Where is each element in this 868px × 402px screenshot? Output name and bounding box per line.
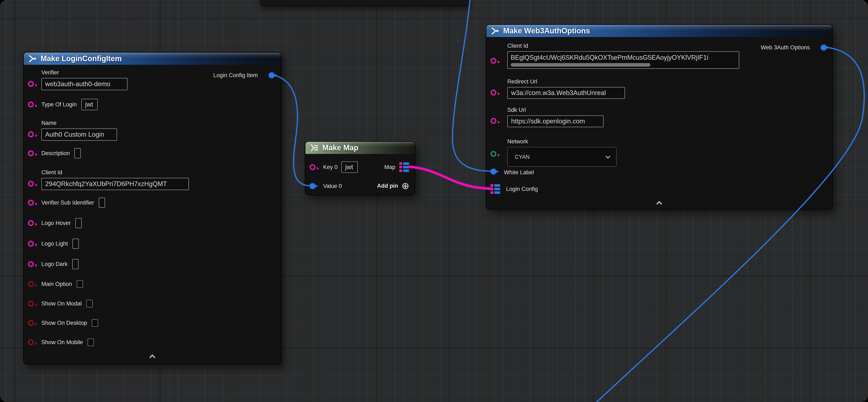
logo-hover-field[interactable] [75,218,82,228]
node-title: Make Web3AuthOptions [503,27,590,35]
sdk-url-field[interactable]: https://sdk.openlogin.com [507,115,603,127]
input-pin-client-id[interactable] [28,181,34,187]
pin-row-logo-light: Logo Light [41,237,79,250]
node-header-make-map[interactable]: Make Map [305,142,415,154]
verifier-field-text: web3auth-auth0-demo [45,80,110,88]
screenshot-stage: Make LoginConfigItem Login Config Item V… [0,0,868,402]
wire-offscreen-to-whitelabel [453,0,490,171]
node-make-loginconfigitem[interactable]: Make LoginConfigItem Login Config Item V… [23,52,281,364]
input-pin-client-id[interactable] [491,58,496,64]
input-pin-main-option[interactable] [28,281,34,287]
input-pin-name[interactable] [28,132,34,137]
input-pin-value-0[interactable] [310,183,315,189]
client-id-field-scrollbar[interactable] [511,63,650,67]
collapse-node-chevron-up-icon[interactable] [656,201,662,207]
pin-label-value-0: Value 0 [323,183,342,190]
show-on-modal-checkbox[interactable] [86,300,93,307]
redirect-url-field-text: w3a://com.w3a.Web3AuthUnreal [511,89,606,97]
pin-label-verifier: Verifier [41,69,127,76]
name-field[interactable]: Auth0 Custom Login [41,128,117,141]
input-pin-white-label[interactable] [491,169,496,174]
blueprint-canvas[interactable]: Make LoginConfigItem Login Config Item V… [0,0,868,402]
pin-label-logo-light: Logo Light [41,240,68,247]
add-pin-row: Add pin ⊕ [377,179,409,192]
show-on-mobile-checkbox[interactable] [88,339,94,346]
output-pin-web3auth-options[interactable] [821,45,827,51]
pin-block-network: Network CYAN [507,138,617,167]
verifier-field[interactable]: web3auth-auth0-demo [41,78,127,90]
collapse-node-chevron-up-icon[interactable] [149,354,155,361]
input-pin-logo-dark[interactable] [28,261,34,267]
sdk-url-field-text: https://sdk.openlogin.com [511,117,585,125]
key-0-field[interactable]: jwt [341,162,358,173]
redirect-url-field[interactable]: w3a://com.w3a.Web3AuthUnreal [507,87,625,99]
node-header-make-loginconfigitem[interactable]: Make LoginConfigItem [24,53,281,65]
pin-label-network: Network [507,138,617,145]
pin-label-login-config: Login Config [506,186,538,192]
input-pin-type-of-login[interactable] [28,102,34,108]
input-pin-login-config[interactable] [491,184,500,194]
node-make-web3authoptions[interactable]: Make Web3AuthOptions Web 3Auth Options C… [486,24,833,209]
show-on-desktop-checkbox[interactable] [92,319,98,327]
type-of-login-field[interactable]: jwt [81,99,98,110]
client-id-field-text: 294QRkchfq2YaXUbPri7D6PH7xzHgQMT [45,180,167,188]
pin-label-description: Description [41,150,70,156]
pin-label-logo-hover: Logo Hover [41,220,71,226]
offscreen-node[interactable] [260,0,470,6]
output-pin-login-config-item[interactable] [269,72,275,78]
pin-label-type-of-login: Type Of Login [41,101,77,108]
add-pin-label[interactable]: Add pin [377,183,398,189]
pin-label-main-option: Main Option [41,281,72,287]
pin-row-show-on-modal: Show On Modal [41,297,93,310]
pin-row-value-0: Value 0 [323,180,342,192]
input-pin-redirect-url[interactable] [491,90,496,95]
verifier-sub-identifier-field[interactable] [99,198,105,208]
logo-dark-field[interactable] [72,259,79,269]
wire-map-to-loginconfig [409,167,491,189]
add-pin-icon[interactable]: ⊕ [401,181,409,191]
output-pin-map[interactable] [399,162,409,172]
input-pin-network[interactable] [491,151,496,157]
network-dropdown[interactable]: CYAN [507,147,617,167]
output-row-map: Map [384,161,395,173]
output-row-login-config-item: Login Config Item [213,69,258,82]
pin-row-type-of-login: Type Of Login jwt [41,98,98,111]
description-field[interactable] [74,148,81,158]
pin-block-redirect-url: Redirect Url w3a://com.w3a.Web3AuthUnrea… [507,79,625,99]
pin-block-sdk-url: Sdk Url https://sdk.openlogin.com [507,107,603,127]
key-0-field-text: jwt [345,163,353,171]
type-of-login-field-text: jwt [85,101,93,108]
client-id-field[interactable]: 294QRkchfq2YaXUbPri7D6PH7xzHgQMT [41,178,189,190]
input-pin-description[interactable] [28,150,34,156]
main-option-checkbox[interactable] [77,280,83,288]
output-pin-label-web3auth-options: Web 3Auth Options [761,45,810,51]
input-pin-logo-hover[interactable] [28,220,34,226]
input-pin-verifier-sub-identifier[interactable] [28,200,34,206]
pin-block-verifier: Verifier web3auth-auth0-demo [41,69,127,90]
pin-row-white-label: White Label [504,166,534,179]
input-pin-sdk-url[interactable] [491,118,496,124]
node-title: Make LoginConfigItem [40,54,122,63]
output-pin-label: Login Config Item [213,72,258,79]
client-id-field[interactable]: BEglQSgt4cUWcj6SKRdu5QkOXTsePmMcusG5EAoy… [507,51,739,69]
input-pin-show-on-modal[interactable] [28,301,34,307]
logo-light-field[interactable] [72,239,79,249]
chevron-down-icon [606,154,611,159]
pin-row-description: Description [41,147,81,160]
input-pin-show-on-mobile[interactable] [28,339,34,345]
pin-row-key-0: Key 0 jwt [323,161,358,173]
pin-label-key-0: Key 0 [323,164,338,171]
pin-row-logo-hover: Logo Hover [41,217,82,229]
pin-label-show-on-desktop: Show On Desktop [41,320,87,326]
node-title: Make Map [322,143,359,152]
pin-block-client-id: Client Id 294QRkchfq2YaXUbPri7D6PH7xzHgQ… [41,169,189,190]
pin-label-sdk-url: Sdk Url [507,107,603,113]
pin-label-client-id: Client Id [507,43,739,49]
input-pin-logo-light[interactable] [28,241,34,247]
input-pin-show-on-desktop[interactable] [28,320,34,326]
node-header-make-web3authoptions[interactable]: Make Web3AuthOptions [486,25,832,37]
input-pin-key-0[interactable] [310,164,315,170]
input-pin-verifier[interactable] [28,81,34,87]
pin-block-name: Name Auth0 Custom Login [41,120,117,141]
node-make-map[interactable]: Make Map Key 0 jwt Map Value 0 Add [305,141,415,195]
